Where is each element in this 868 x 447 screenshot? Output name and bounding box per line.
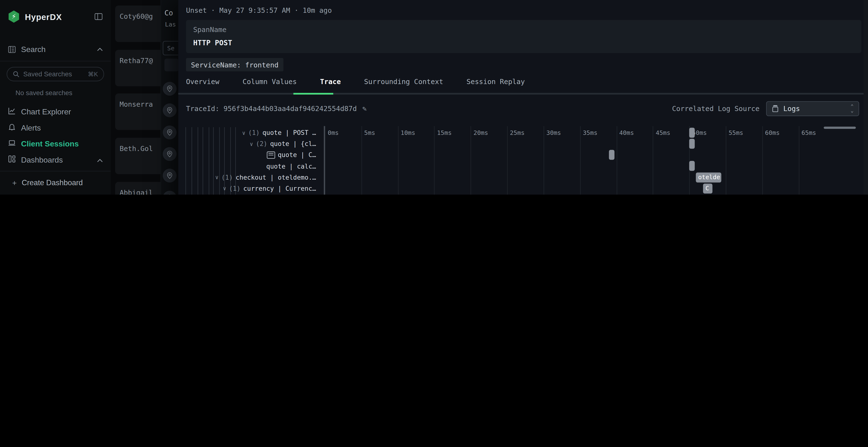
span-duration-bar[interactable] (689, 161, 694, 171)
saved-searches-input[interactable]: Saved Searches ⌘K (7, 67, 104, 81)
sidebar-items: Chart ExplorerAlertsClient SessionsDashb… (0, 103, 111, 167)
collapse-sidebar-icon[interactable] (94, 12, 103, 21)
timeline-tick-label: 55ms (728, 129, 743, 137)
bell-icon (8, 123, 16, 133)
child-count: (1) (221, 173, 233, 181)
span-tree-row[interactable]: ∨(1)currency | Currenc… (178, 183, 316, 194)
hyperdx-logo-icon: ⚡ (8, 10, 20, 23)
span-tree-row[interactable]: ∨(2)quote | {cl… (178, 138, 316, 149)
tab-trace[interactable]: Trace (320, 77, 341, 85)
log-icon (267, 151, 275, 159)
active-tab-underline (293, 93, 333, 95)
span-name-panel: SpanName HTTP POST (186, 20, 861, 53)
sidebar-item-label: Chart Explorer (21, 107, 71, 116)
session-detail-subtitle: Las (165, 21, 176, 28)
search-icon (13, 71, 20, 77)
timeline-gridline (544, 126, 544, 195)
span-tree-row[interactable]: ∨(1)checkout | oteldemo.… (178, 172, 316, 183)
tab-column-values[interactable]: Column Values (243, 77, 297, 85)
span-duration-bar[interactable] (689, 139, 694, 149)
sidebar-item-client-sessions[interactable]: Client Sessions (0, 136, 111, 152)
child-count: (1) (248, 129, 260, 137)
session-search-input[interactable]: Se (163, 41, 178, 56)
saved-searches-placeholder: Saved Searches (23, 70, 72, 78)
timeline-tick-label: 0ms (328, 129, 339, 137)
timeline-tick-label: 35ms (583, 129, 597, 137)
timeline-gridline (325, 126, 326, 195)
pin-icon[interactable] (163, 191, 177, 195)
span-duration-bar[interactable]: C (703, 183, 713, 194)
chevron-down-icon[interactable]: ∨ (250, 141, 253, 147)
chevron-down-icon[interactable]: ∨ (223, 185, 226, 192)
span-row-label: quote | calc… (266, 162, 316, 170)
timeline-gridline (617, 126, 617, 195)
pin-icon[interactable] (163, 125, 177, 139)
session-user-name: Retha77@ (120, 56, 153, 64)
span-tree-row[interactable]: currency | Conv… (178, 194, 316, 195)
pin-icon[interactable] (163, 104, 177, 117)
laptop-icon (8, 138, 16, 148)
tab-overview[interactable]: Overview (186, 77, 219, 85)
event-header-line: Unset · May 27 9:35:57 AM · 10m ago (186, 6, 332, 14)
client-sessions-background: Coty60@gRetha77@MonserraBeth.GolAbbigail… (111, 0, 178, 195)
tab-divider (178, 93, 868, 95)
tab-session-replay[interactable]: Session Replay (467, 77, 525, 85)
timeline-tick-label: 15ms (437, 129, 452, 137)
panel-scrollbar[interactable] (864, 0, 868, 195)
span-duration-bar[interactable]: otelde (696, 172, 721, 182)
span-row-label: quote | {cl… (270, 140, 316, 148)
sidebar-item-alerts[interactable]: Alerts (0, 119, 111, 136)
sidebar-item-dashboards[interactable]: Dashboards (0, 151, 111, 168)
app-title: HyperDX (25, 12, 62, 21)
pin-icon[interactable] (163, 147, 177, 161)
span-tree-row[interactable]: quote | C… (178, 149, 316, 161)
sidebar-item-label: Alerts (21, 123, 41, 132)
chevron-up-icon (97, 47, 103, 51)
log-source-select[interactable]: Logs ⌃⌄ (766, 101, 859, 116)
pin-icon[interactable] (163, 82, 177, 96)
timeline-tick-label: 5ms (364, 129, 375, 137)
session-detail-panel-edge: Co Las Se (161, 0, 178, 195)
database-icon (772, 105, 779, 112)
sidebar-item-label: Dashboards (21, 155, 63, 164)
sidebar-section-search[interactable]: Search (0, 41, 111, 58)
span-duration-bar[interactable] (689, 128, 694, 138)
span-duration-bar[interactable] (609, 150, 614, 160)
sidebar-search-label: Search (21, 45, 45, 54)
timeline-gridline (471, 126, 471, 195)
event-side-panel: Unset · May 27 9:35:57 AM · 10m ago Span… (178, 0, 868, 195)
edit-icon[interactable]: ✎ (362, 105, 367, 113)
chevron-up-icon (97, 155, 103, 164)
sidebar-item-chart-explorer[interactable]: Chart Explorer (0, 103, 111, 119)
tab-surrounding-context[interactable]: Surrounding Context (364, 77, 443, 85)
session-user-name: Beth.Gol (120, 144, 153, 152)
span-tree: ∨(1)quote | POST …∨(2)quote | {cl…quote … (178, 126, 324, 195)
child-count: (1) (229, 184, 241, 192)
create-dashboard-label: Create Dashboard (22, 179, 83, 187)
span-tree-row[interactable]: ∨(1)quote | POST … (178, 127, 316, 138)
span-row-label: quote | C… (278, 151, 316, 159)
timeline-gridline (726, 126, 726, 195)
session-button-fragment[interactable] (164, 59, 178, 71)
timeline-tick-label: 30ms (546, 129, 561, 137)
grid-icon (8, 154, 16, 165)
timeline-hscrollbar[interactable] (824, 127, 856, 129)
plus-icon: + (12, 178, 17, 187)
trace-id-text: TraceId: 956f3b4a44b03aa4daf946242554d87… (186, 105, 356, 113)
sidebar: ⚡ HyperDX Search Saved Searches ⌘K No sa… (0, 0, 111, 195)
chevron-down-icon[interactable]: ∨ (242, 130, 245, 136)
session-user-name: Monserra (120, 100, 153, 108)
timeline-tick-label: 45ms (656, 129, 670, 137)
span-row-label: checkout | oteldemo.… (236, 173, 316, 181)
span-tree-row[interactable]: quote | calc… (178, 161, 316, 172)
chevron-down-icon[interactable]: ∨ (215, 174, 219, 180)
pin-icon[interactable] (163, 169, 177, 182)
timeline-gridline (653, 126, 653, 195)
create-dashboard-button[interactable]: + Create Dashboard (0, 175, 111, 191)
session-user-name: Coty60@g (120, 12, 153, 21)
timeline-tick-label: 60ms (765, 129, 780, 137)
session-detail-title: Co (164, 9, 173, 17)
service-name-chip[interactable]: ServiceName: frontend (186, 58, 283, 71)
timeline-tick-label: 40ms (619, 129, 634, 137)
timeline-gridline (580, 126, 581, 195)
